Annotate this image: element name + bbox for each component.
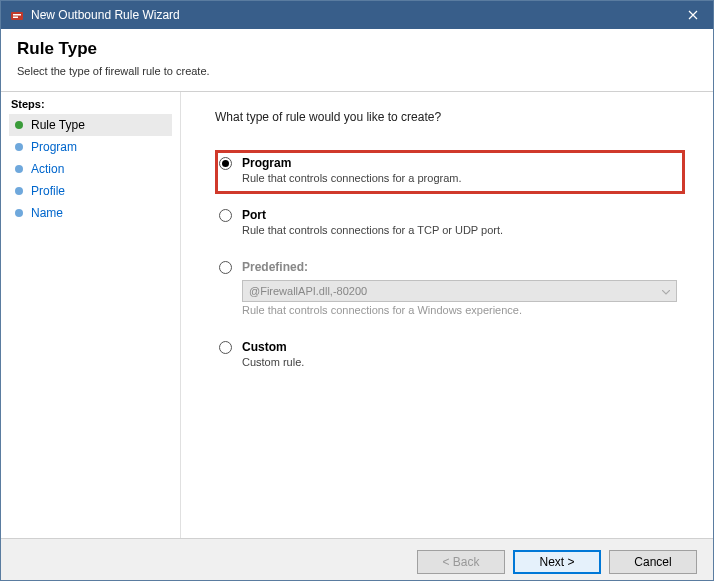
step-label: Profile (31, 184, 65, 198)
content-pane: What type of rule would you like to crea… (181, 92, 713, 538)
option-desc: Custom rule. (242, 356, 677, 368)
steps-sidebar: Steps: Rule TypeProgramActionProfileName (1, 92, 181, 538)
step-bullet-icon (15, 209, 23, 217)
svg-rect-0 (11, 12, 23, 20)
page-subtitle: Select the type of firewall rule to crea… (17, 65, 697, 77)
option-desc: Rule that controls connections for a TCP… (242, 224, 677, 236)
option-title: Predefined: (242, 260, 677, 274)
predefined-select: @FirewallAPI.dll,-80200 (242, 280, 677, 302)
step-bullet-icon (15, 121, 23, 129)
radio-button[interactable] (219, 261, 232, 274)
wizard-footer: < Back Next > Cancel (1, 538, 713, 581)
step-label: Action (31, 162, 64, 176)
rule-option-program[interactable]: ProgramRule that controls connections fo… (215, 150, 685, 194)
question-text: What type of rule would you like to crea… (215, 110, 685, 124)
wizard-header: Rule Type Select the type of firewall ru… (1, 29, 713, 92)
option-desc: Rule that controls connections for a pro… (242, 172, 677, 184)
step-bullet-icon (15, 187, 23, 195)
rule-option-predefined[interactable]: Predefined:@FirewallAPI.dll,-80200Rule t… (215, 254, 685, 326)
predefined-select-value: @FirewallAPI.dll,-80200 (249, 285, 367, 297)
cancel-button[interactable]: Cancel (609, 550, 697, 574)
steps-heading: Steps: (9, 98, 172, 110)
next-button[interactable]: Next > (513, 550, 601, 574)
titlebar: New Outbound Rule Wizard (1, 1, 713, 29)
step-name[interactable]: Name (9, 202, 172, 224)
step-label: Name (31, 206, 63, 220)
back-button: < Back (417, 550, 505, 574)
close-button[interactable] (673, 1, 713, 29)
step-action[interactable]: Action (9, 158, 172, 180)
step-profile[interactable]: Profile (9, 180, 172, 202)
step-program[interactable]: Program (9, 136, 172, 158)
option-title: Program (242, 156, 677, 170)
radio-button[interactable] (219, 341, 232, 354)
option-title: Custom (242, 340, 677, 354)
option-title: Port (242, 208, 677, 222)
step-rule-type[interactable]: Rule Type (9, 114, 172, 136)
option-desc: Rule that controls connections for a Win… (242, 304, 677, 316)
rule-option-port[interactable]: PortRule that controls connections for a… (215, 202, 685, 246)
radio-button[interactable] (219, 209, 232, 222)
step-bullet-icon (15, 143, 23, 151)
step-bullet-icon (15, 165, 23, 173)
chevron-down-icon (662, 285, 670, 297)
app-icon (9, 7, 25, 23)
window-title: New Outbound Rule Wizard (31, 8, 673, 22)
svg-rect-1 (13, 14, 21, 16)
page-title: Rule Type (17, 39, 697, 59)
step-label: Program (31, 140, 77, 154)
rule-option-custom[interactable]: CustomCustom rule. (215, 334, 685, 378)
radio-button[interactable] (219, 157, 232, 170)
step-label: Rule Type (31, 118, 85, 132)
svg-rect-2 (13, 17, 18, 19)
